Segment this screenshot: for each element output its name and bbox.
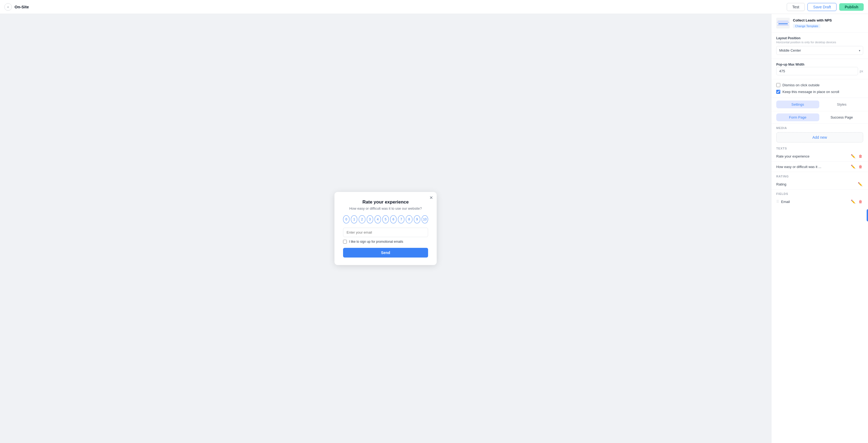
- rating-row: 0 1 2 3 4 5 6 7 8 9 10: [343, 215, 428, 224]
- rating-btn-0[interactable]: 0: [343, 215, 349, 224]
- fields-section-header: FIELDS: [771, 190, 868, 197]
- page-title: On-Site: [14, 5, 29, 9]
- layout-position-sublabel: Horizontal position is only for desktop …: [776, 41, 863, 44]
- rating-item-actions: ✏️: [857, 181, 863, 187]
- popup-title: Rate your experience: [343, 200, 428, 205]
- feedback-tab[interactable]: Feedback: [866, 209, 868, 222]
- drag-handle-icon[interactable]: ⠿: [776, 200, 779, 204]
- text-edit-button-1[interactable]: ✏️: [850, 164, 856, 169]
- px-label: px: [860, 69, 863, 73]
- options-section: Dismiss on click outside Keep this messa…: [771, 79, 868, 98]
- field-delete-button-0[interactable]: 🗑: [858, 199, 863, 204]
- texts-section-header: TEXTS: [771, 144, 868, 151]
- text-delete-button-0[interactable]: 🗑: [858, 154, 863, 159]
- canvas-area: ✕ Rate your experience How easy or diffi…: [0, 14, 771, 443]
- popup-max-width-section: Pop-up Max Width px: [771, 59, 868, 79]
- template-name: Collect Leads with NPS: [793, 18, 863, 22]
- rating-btn-8[interactable]: 8: [406, 215, 412, 224]
- rating-btn-9[interactable]: 9: [414, 215, 420, 224]
- page-tabs: Form Page Success Page: [771, 111, 868, 124]
- width-row: px: [776, 67, 863, 75]
- keep-label[interactable]: Keep this message in place on scroll: [782, 90, 839, 94]
- rating-btn-1[interactable]: 1: [351, 215, 357, 224]
- checkbox-row: I like to sign up for promotional emails: [343, 240, 428, 243]
- text-item-label-1: How easy or difficult was it ...: [776, 165, 850, 169]
- publish-button[interactable]: Publish: [839, 3, 864, 11]
- popup-subtitle: How easy or difficult was it to use our …: [343, 206, 428, 210]
- topbar-right: Test Save Draft Publish: [787, 3, 864, 11]
- rating-section-header: RATING: [771, 172, 868, 179]
- position-select-wrap: Middle Center Bottom Left Bottom Right T…: [776, 46, 863, 55]
- field-item-0: ⠿ Email ✏️ 🗑: [771, 197, 868, 207]
- promo-label[interactable]: I like to sign up for promotional emails: [349, 240, 403, 243]
- field-edit-button-0[interactable]: ✏️: [850, 199, 856, 204]
- keep-checkbox[interactable]: [776, 90, 780, 94]
- topbar-left: ‹ On-Site: [4, 3, 29, 11]
- text-item-actions-1: ✏️ 🗑: [850, 164, 863, 169]
- rating-btn-10[interactable]: 10: [422, 215, 428, 224]
- email-input[interactable]: [343, 228, 428, 237]
- tab-settings[interactable]: Settings: [776, 101, 819, 108]
- rating-edit-button[interactable]: ✏️: [857, 181, 863, 187]
- rating-btn-6[interactable]: 6: [390, 215, 397, 224]
- text-delete-button-1[interactable]: 🗑: [858, 164, 863, 169]
- field-item-label-0: Email: [781, 200, 790, 204]
- text-edit-button-0[interactable]: ✏️: [850, 154, 856, 159]
- dismiss-row: Dismiss on click outside: [776, 83, 863, 87]
- template-thumbnail: [776, 18, 790, 29]
- save-draft-button[interactable]: Save Draft: [807, 3, 837, 11]
- rating-btn-2[interactable]: 2: [359, 215, 365, 224]
- rating-item-label: Rating: [776, 182, 786, 186]
- popup-widget: ✕ Rate your experience How easy or diffi…: [335, 192, 437, 265]
- tab-styles[interactable]: Styles: [820, 101, 863, 108]
- text-item-0: Rate your experience ✏️ 🗑: [771, 151, 868, 162]
- tab-form-page[interactable]: Form Page: [776, 113, 819, 121]
- field-item-left-0: ⠿ Email: [776, 200, 790, 204]
- test-button[interactable]: Test: [787, 3, 805, 11]
- layout-position-section: Layout Position Horizontal position is o…: [771, 33, 868, 59]
- rating-btn-3[interactable]: 3: [367, 215, 373, 224]
- settings-styles-tabs: Settings Styles: [771, 98, 868, 111]
- promo-checkbox[interactable]: [343, 240, 347, 243]
- send-button[interactable]: Send: [343, 248, 428, 258]
- popup-close-button[interactable]: ✕: [429, 195, 433, 200]
- template-info: Collect Leads with NPS Change Template: [793, 18, 863, 28]
- field-item-actions-0: ✏️ 🗑: [850, 199, 863, 204]
- back-button[interactable]: ‹: [4, 3, 12, 11]
- dismiss-label[interactable]: Dismiss on click outside: [782, 83, 819, 87]
- dismiss-checkbox[interactable]: [776, 83, 780, 87]
- rating-btn-7[interactable]: 7: [398, 215, 404, 224]
- tab-success-page[interactable]: Success Page: [820, 113, 863, 121]
- topbar: ‹ On-Site Test Save Draft Publish: [0, 0, 868, 14]
- width-input[interactable]: [776, 67, 858, 75]
- rating-btn-5[interactable]: 5: [382, 215, 389, 224]
- keep-row: Keep this message in place on scroll: [776, 90, 863, 94]
- rating-btn-4[interactable]: 4: [375, 215, 381, 224]
- text-item-label-0: Rate your experience: [776, 154, 850, 158]
- change-template-button[interactable]: Change Template: [793, 24, 820, 28]
- layout-position-label: Layout Position: [776, 36, 863, 40]
- popup-max-width-label: Pop-up Max Width: [776, 63, 863, 66]
- media-section-header: MEDIA: [771, 124, 868, 131]
- right-panel: Collect Leads with NPS Change Template L…: [771, 14, 868, 443]
- text-item-1: How easy or difficult was it ... ✏️ 🗑: [771, 162, 868, 172]
- add-new-button[interactable]: Add new: [776, 132, 863, 142]
- rating-item: Rating ✏️: [771, 179, 868, 190]
- position-select[interactable]: Middle Center Bottom Left Bottom Right T…: [776, 46, 863, 55]
- template-header: Collect Leads with NPS Change Template: [771, 14, 868, 33]
- text-item-actions-0: ✏️ 🗑: [850, 154, 863, 159]
- main-layout: ✕ Rate your experience How easy or diffi…: [0, 14, 868, 443]
